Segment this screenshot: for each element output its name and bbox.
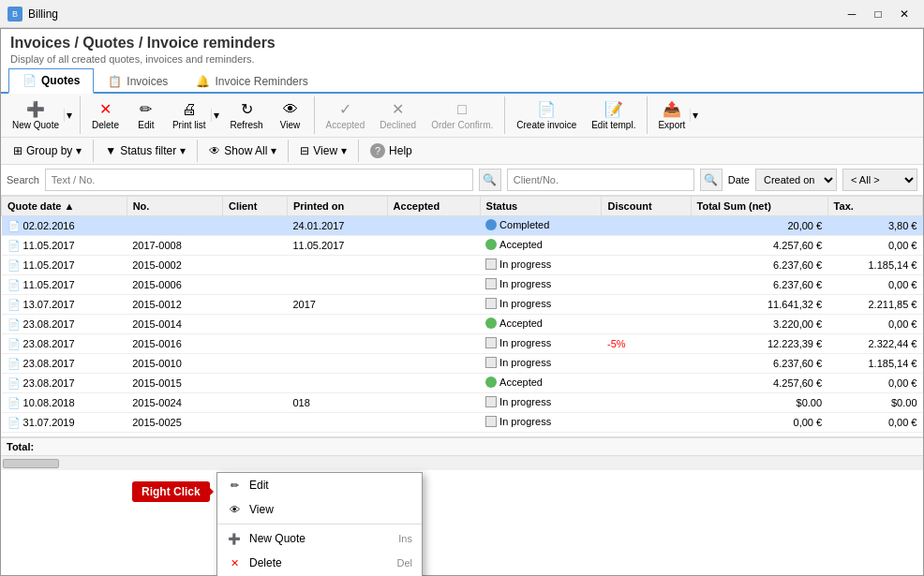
view2-label: View [313, 144, 337, 157]
date-filter-select[interactable]: < All > Today This week [842, 169, 917, 191]
table-row[interactable]: 📄 02.02.2016 24.01.2017 Completed 20,00 … [2, 216, 923, 236]
toolbar-main: ➕ New Quote ▾ ✕ Delete ✏ Edit 🖨 Print li… [1, 94, 923, 138]
cell-tax: 0,00 € [827, 236, 922, 256]
cell-printed: 24.01.2017 [287, 216, 387, 236]
close-button[interactable]: ✕ [892, 4, 917, 24]
edit-label: Edit [138, 120, 154, 130]
client-search-button[interactable]: 🔍 [700, 169, 723, 191]
col-printed[interactable]: Printed on [287, 197, 387, 216]
group-by-button[interactable]: ⊞ Group by ▾ [7, 140, 88, 161]
accepted-icon: ✓ [339, 100, 351, 118]
print-list-button[interactable]: 🖨 Print list ▾ [167, 97, 222, 134]
delete-button[interactable]: ✕ Delete [85, 96, 126, 134]
tab-invoices[interactable]: 📋 Invoices [94, 68, 182, 94]
edit-button[interactable]: ✏ Edit [127, 96, 165, 134]
table-row[interactable]: 📄 23.08.2017 2015-0010 In progress 6.237… [2, 354, 923, 374]
cell-accepted [387, 275, 480, 295]
export-arrow[interactable]: ▾ [690, 109, 700, 122]
cm-new-quote[interactable]: ➕ New Quote Ins [217, 526, 422, 551]
col-accepted[interactable]: Accepted [387, 197, 480, 216]
cell-total: 12.223,39 € [691, 334, 827, 354]
group-by-arrow: ▾ [76, 144, 82, 157]
show-all-arrow: ▾ [271, 144, 276, 157]
cell-printed [287, 275, 387, 295]
sep6 [197, 140, 198, 162]
table-row[interactable]: 📄 23.08.2017 2015-0015 Accepted 4.257,60… [2, 374, 923, 393]
date-type-select[interactable]: Created on Modified on [755, 169, 837, 191]
tab-invoice-reminders[interactable]: 🔔 Invoice Reminders [182, 68, 321, 94]
accepted-button: ✓ Accepted [320, 96, 372, 134]
table-container[interactable]: Quote date ▲ No. Client Printed on Accep… [1, 196, 923, 437]
new-quote-icon: ➕ [26, 100, 45, 118]
quotes-icon: 📄 [22, 74, 37, 87]
table-row[interactable]: 📄 31.07.2019 2015-0025 In progress 0,00 … [2, 413, 923, 433]
cm-view[interactable]: 👁 View [217, 497, 422, 522]
edit-templ-button[interactable]: 📝 Edit templ. [585, 96, 642, 134]
col-total[interactable]: Total Sum (net) [691, 197, 827, 216]
horizontal-scrollbar[interactable] [1, 455, 923, 470]
cell-discount [602, 374, 691, 393]
scroll-thumb[interactable] [3, 459, 59, 468]
cell-no: 2015-0006 [127, 275, 222, 295]
cm-delete[interactable]: ✕ Delete Del [217, 551, 422, 575]
new-quote-button[interactable]: ➕ New Quote ▾ [7, 96, 75, 134]
table-row[interactable]: 📄 13.07.2017 2015-0012 2017 In progress … [2, 295, 923, 315]
table-row[interactable]: 📄 10.08.2018 2015-0024 018 In progress $… [2, 393, 923, 413]
tab-quotes[interactable]: 📄 Quotes [8, 68, 94, 94]
status-filter-button[interactable]: ▼ Status filter ▾ [98, 140, 192, 161]
maximize-button[interactable]: □ [866, 4, 890, 24]
table-row[interactable]: 📄 23.08.2017 2015-0016 In progress -5% 1… [2, 334, 923, 354]
app-icon: B [7, 7, 22, 22]
show-all-button[interactable]: 👁 Show All ▾ [202, 140, 283, 161]
search-button[interactable]: 🔍 [479, 169, 501, 191]
sep3 [504, 96, 505, 134]
delete-label: Delete [92, 120, 119, 130]
search-input[interactable] [45, 169, 473, 191]
cell-accepted [387, 256, 480, 275]
table-row[interactable]: 📄 11.05.2017 2017-0008 11.05.2017 Accept… [2, 236, 923, 256]
main-window: Invoices / Quotes / Invoice reminders Di… [0, 28, 924, 576]
cell-status: Accepted [480, 236, 602, 256]
col-client[interactable]: Client [222, 197, 287, 216]
col-quote-date[interactable]: Quote date ▲ [2, 197, 127, 216]
col-discount[interactable]: Discount [602, 197, 691, 216]
status-filter-icon: ▼ [105, 144, 116, 157]
cell-client [222, 334, 287, 354]
sep8 [358, 140, 359, 162]
col-status[interactable]: Status [480, 197, 602, 216]
table-row[interactable]: 📄 11.05.2017 2015-0006 In progress 6.237… [2, 275, 923, 295]
cell-accepted [387, 354, 480, 374]
cell-status: In progress [480, 256, 602, 275]
cell-status: Accepted [480, 315, 602, 334]
table-row[interactable]: 📄 23.08.2017 2015-0014 Accepted 3.220,00… [2, 315, 923, 334]
cell-client [222, 236, 287, 256]
cell-client [222, 275, 287, 295]
print-arrow[interactable]: ▾ [211, 109, 221, 122]
show-all-label: Show All [224, 144, 267, 157]
refresh-button[interactable]: ↻ Refresh [224, 96, 270, 134]
help-label: Help [389, 144, 412, 157]
create-invoice-label: Create invoice [516, 120, 576, 130]
create-invoice-button[interactable]: 📄 Create invoice [510, 96, 583, 134]
export-button[interactable]: 📤 Export ▾ [652, 96, 701, 134]
col-no[interactable]: No. [127, 197, 222, 216]
cm-edit[interactable]: ✏ Edit [217, 473, 422, 497]
cell-date: 📄 23.08.2017 [2, 315, 127, 334]
order-icon: □ [457, 101, 467, 118]
cell-accepted [387, 413, 480, 433]
cell-total: 6.237,60 € [691, 275, 827, 295]
client-search-input[interactable] [507, 169, 694, 191]
new-quote-arrow[interactable]: ▾ [64, 109, 74, 122]
cell-discount [602, 393, 691, 413]
view-icon: 👁 [283, 101, 298, 118]
edit-templ-icon: 📝 [604, 100, 623, 118]
cell-total: 6.237,60 € [691, 256, 827, 275]
cell-no: 2015-0015 [127, 374, 222, 393]
cell-status: In progress [480, 354, 602, 374]
help-button[interactable]: ? Help [364, 140, 419, 162]
table-row[interactable]: 📄 11.05.2017 2015-0002 In progress 6.237… [2, 256, 923, 275]
view2-button[interactable]: ⊟ View ▾ [293, 140, 353, 161]
col-tax[interactable]: Tax. [827, 197, 922, 216]
view-button[interactable]: 👁 View [272, 97, 309, 134]
minimize-button[interactable]: ─ [840, 4, 864, 24]
